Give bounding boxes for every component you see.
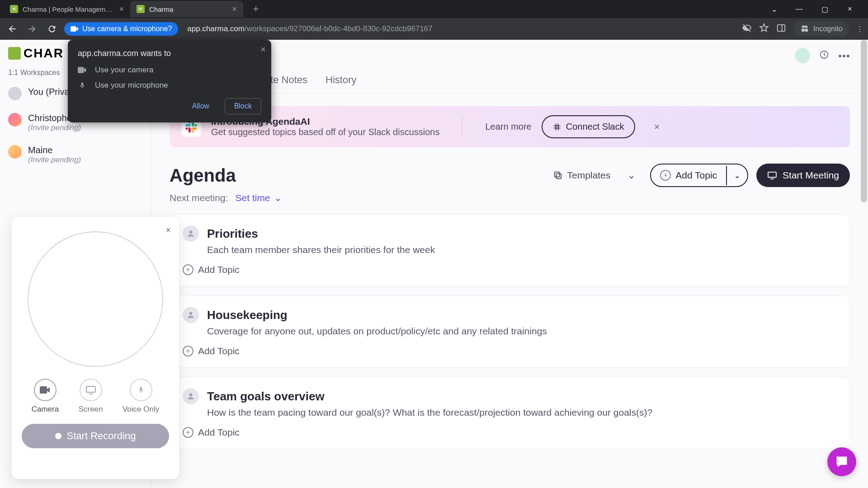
intercom-launcher[interactable] — [827, 447, 856, 476]
permission-mic-row: Use your microphone — [78, 81, 261, 90]
url-path: /workspaces/927006af-b0dc-4bd0-830c-92cd… — [245, 24, 433, 33]
plus-circle-icon: + — [183, 427, 193, 438]
forward-button[interactable] — [24, 21, 40, 37]
browser-menu-icon[interactable]: ⋮ — [856, 25, 863, 33]
divider — [462, 116, 462, 138]
mode-label: Camera — [32, 405, 59, 414]
set-time-link[interactable]: Set time ⌄ — [236, 192, 282, 203]
favicon-icon: ✳ — [137, 5, 145, 13]
permission-camera-label: Use your camera — [95, 66, 153, 75]
connect-slack-button[interactable]: Connect Slack — [542, 115, 635, 138]
topic-title: Housekeeping — [207, 308, 288, 322]
topic-card-housekeeping[interactable]: Housekeeping Coverage for anyone out, up… — [170, 296, 850, 368]
add-subtopic-label: Add Topic — [198, 264, 240, 275]
maximize-icon[interactable]: ▢ — [817, 5, 832, 14]
svg-rect-16 — [768, 172, 776, 178]
history-icon[interactable] — [819, 50, 829, 61]
tab-history[interactable]: History — [326, 74, 356, 93]
topic-card-priorities[interactable]: Priorities Each team member shares their… — [170, 214, 850, 286]
scrollbar[interactable] — [861, 40, 867, 202]
start-recording-button[interactable]: Start Recording — [22, 424, 169, 448]
mode-label: Screen — [79, 405, 103, 414]
chevron-down-icon: ⌄ — [274, 192, 282, 203]
svg-rect-4 — [86, 386, 95, 392]
recording-modes: Camera Screen Voice Only — [22, 379, 169, 414]
close-icon[interactable]: × — [119, 5, 124, 14]
chevron-down-icon: ⌄ — [627, 170, 636, 181]
banner-subtitle: Get suggested topics based off of your S… — [211, 127, 439, 137]
close-icon[interactable]: × — [260, 44, 266, 55]
mode-camera[interactable]: Camera — [32, 379, 59, 414]
mode-screen[interactable]: Screen — [79, 379, 103, 414]
person-status: (Invite pending) — [28, 155, 81, 164]
topic-card-team-goals[interactable]: Team goals overview How is the team paci… — [170, 377, 850, 449]
next-meeting-row: Next meeting: Set time ⌄ — [151, 187, 868, 214]
tabs-dropdown-icon[interactable]: ⌄ — [767, 5, 781, 14]
templates-button[interactable]: Templates ⌄ — [547, 165, 642, 185]
start-meeting-button[interactable]: Start Meeting — [756, 164, 850, 187]
svg-point-9 — [847, 55, 849, 57]
sidebar-item-maine[interactable]: Maine (Invite pending) — [0, 139, 151, 171]
person-name: Maine — [28, 145, 81, 155]
start-meeting-label: Start Meeting — [783, 170, 839, 181]
agenda-header: Agenda Templates ⌄ + Add Topic ⌄ Start M — [151, 147, 868, 187]
incognito-badge[interactable]: Incognito — [793, 21, 849, 37]
avatar-icon — [183, 307, 199, 323]
toolbar-right: Incognito ⋮ — [742, 21, 863, 37]
favicon-icon: ✳ — [10, 5, 18, 13]
user-avatar[interactable] — [795, 48, 810, 63]
camera-icon — [34, 379, 57, 401]
close-window-icon[interactable]: × — [843, 5, 857, 14]
agenda-title: Agenda — [170, 165, 236, 186]
topic-description: Coverage for anyone out, updates on prod… — [207, 326, 837, 337]
learn-more-link[interactable]: Learn more — [485, 122, 531, 132]
close-icon[interactable]: × — [654, 121, 660, 133]
slack-hash-icon — [552, 122, 561, 131]
new-tab-button[interactable]: + — [249, 2, 263, 16]
close-icon[interactable]: × — [232, 5, 237, 14]
mode-label: Voice Only — [123, 405, 159, 414]
copy-icon — [553, 170, 563, 180]
svg-rect-13 — [189, 127, 191, 132]
camera-icon — [71, 26, 79, 32]
bookmark-icon[interactable] — [759, 23, 769, 35]
block-button[interactable]: Block — [225, 98, 261, 114]
svg-rect-14 — [556, 174, 561, 178]
chat-icon — [835, 455, 849, 469]
svg-point-8 — [843, 55, 845, 57]
screen-icon — [80, 379, 102, 401]
add-topic-caret[interactable]: ⌄ — [726, 166, 747, 185]
incognito-icon — [800, 24, 810, 34]
url-bar[interactable]: app.charma.com/workspaces/927006af-b0dc-… — [183, 24, 737, 33]
recording-panel: × Camera Screen Voice Only Start Recordi… — [12, 217, 179, 479]
browser-tab-0[interactable]: ✳ Charma | People Management S × — [4, 1, 130, 17]
eye-off-icon[interactable] — [742, 23, 752, 35]
back-button[interactable] — [5, 21, 20, 37]
avatar-icon — [183, 388, 199, 404]
reload-button[interactable] — [44, 21, 60, 37]
svg-rect-15 — [554, 172, 559, 177]
next-meeting-label: Next meeting: — [170, 192, 228, 203]
minimize-icon[interactable]: — — [792, 5, 807, 14]
add-topic-button[interactable]: + Add Topic — [651, 164, 726, 186]
add-subtopic-button[interactable]: + Add Topic — [183, 427, 837, 438]
permission-chip[interactable]: Use camera & microphone? — [64, 22, 178, 36]
allow-button[interactable]: Allow — [183, 98, 218, 114]
browser-tab-1[interactable]: ✳ Charma × — [130, 1, 243, 17]
more-icon[interactable] — [838, 52, 850, 60]
agenda-ai-banner: Introducing AgendaAI Get suggested topic… — [170, 106, 850, 147]
microphone-icon — [78, 82, 87, 89]
avatar-icon — [183, 225, 199, 242]
close-icon[interactable]: × — [165, 225, 171, 235]
mode-voice[interactable]: Voice Only — [123, 379, 159, 414]
add-topic-split-button: + Add Topic ⌄ — [650, 164, 748, 187]
person-status: (Invite pending) — [28, 123, 81, 132]
window-controls: ⌄ — ▢ × — [767, 5, 864, 14]
add-subtopic-label: Add Topic — [198, 346, 240, 357]
plus-circle-icon: + — [660, 170, 671, 181]
side-panel-icon[interactable] — [776, 23, 786, 35]
add-subtopic-button[interactable]: + Add Topic — [183, 346, 837, 357]
brand-text: CHAR — [24, 46, 64, 61]
topic-description: Each team member shares their priorities… — [207, 244, 837, 255]
add-subtopic-button[interactable]: + Add Topic — [183, 264, 837, 275]
